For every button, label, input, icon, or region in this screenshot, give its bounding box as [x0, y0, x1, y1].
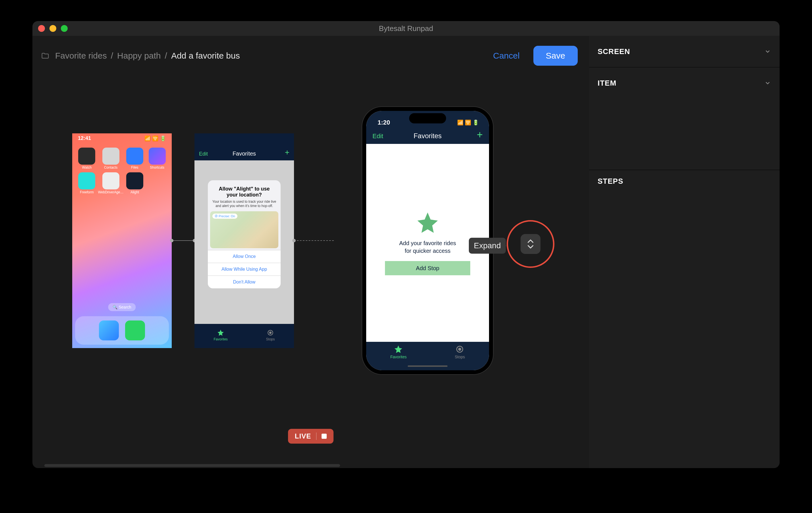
window-body: Favorite rides / Happy path / Add a favo… [32, 36, 780, 468]
app-icon [126, 148, 143, 165]
section-item[interactable]: ITEM [589, 67, 780, 170]
messages-icon [125, 320, 145, 340]
chevron-down-icon [764, 80, 771, 86]
nav-title: Favorites [414, 132, 442, 140]
svg-point-3 [459, 348, 461, 350]
alert-option: Allow Once [208, 250, 281, 263]
edit-button: Edit [199, 151, 208, 157]
section-label: SCREEN [598, 47, 630, 56]
expand-button[interactable] [521, 234, 541, 254]
tab-favorites: Favorites [390, 345, 407, 359]
cancel-button[interactable]: Cancel [485, 47, 527, 64]
star-icon [394, 345, 403, 354]
dock [75, 316, 169, 345]
canvas-area: Favorite rides / Happy path / Add a favo… [32, 36, 589, 468]
minimize-window-button[interactable] [50, 25, 56, 32]
app-icon [78, 148, 95, 165]
step-screenshot-home[interactable]: 12:41 📶 🛜 🔋 Watch Contacts Files Shortcu… [72, 133, 172, 348]
precise-badge: ⦿ Precise: On [212, 213, 237, 219]
stop-icon[interactable] [322, 434, 327, 439]
step-screenshot-permission[interactable]: 12:42 📶 🛜 🔋 Edit Favorites + Allow "Alig… [195, 133, 294, 348]
fullscreen-window-button[interactable] [61, 25, 68, 32]
breadcrumb: Favorite rides / Happy path / Add a favo… [41, 51, 240, 61]
svg-point-1 [269, 332, 271, 334]
app-icon [103, 172, 119, 190]
highlight-circle [506, 220, 554, 268]
alert-option: Don't Allow [208, 276, 281, 288]
expand-tooltip: Expand [469, 238, 506, 254]
tab-bar: Favorites Stops [366, 342, 489, 370]
section-steps[interactable]: STEPS [589, 170, 780, 192]
alert-subtitle: Your location is used to track your ride… [208, 199, 281, 211]
save-button[interactable]: Save [533, 46, 578, 66]
canvas-main[interactable]: 12:41 📶 🛜 🔋 Watch Contacts Files Shortcu… [41, 67, 581, 468]
status-time: 12:41 [78, 135, 91, 141]
add-button: + [285, 148, 289, 157]
circle-icon [455, 345, 464, 354]
alert-map: ⦿ Precise: On [210, 211, 278, 248]
breadcrumb-sep: / [111, 51, 113, 61]
star-icon [217, 329, 224, 336]
horizontal-scrollbar[interactable] [45, 464, 340, 467]
tab-bar: Favorites Stops [195, 324, 294, 348]
app-icon [103, 148, 119, 165]
status-icons: 📶 🛜 🔋 [457, 119, 479, 126]
add-stop-button: Add Stop [385, 261, 470, 275]
app-icon [78, 172, 95, 190]
connector-dashed [294, 240, 334, 241]
location-alert: Allow "Alight" to use your location? You… [208, 180, 281, 288]
close-window-button[interactable] [38, 25, 45, 32]
app-icon [126, 172, 143, 190]
titlebar: Bytesalt Runpad [32, 21, 780, 36]
app-window: Bytesalt Runpad Favorite rides / Happy p… [32, 21, 780, 468]
add-button: + [477, 130, 483, 140]
safari-icon [99, 320, 119, 340]
alert-title: Allow "Alight" to use your location? [208, 180, 281, 199]
status-bar: 12:41 📶 🛜 🔋 [72, 133, 172, 144]
live-badge[interactable]: LIVE [288, 429, 334, 444]
empty-text: Add your favorite rides for quicker acce… [399, 239, 456, 255]
breadcrumb-item[interactable]: Happy path [117, 51, 161, 61]
inspector-sidebar: SCREEN ITEM STEPS [589, 36, 780, 468]
folder-icon [41, 52, 50, 60]
alert-option: Allow While Using App [208, 263, 281, 276]
circle-icon [267, 329, 274, 336]
section-screen[interactable]: SCREEN [589, 36, 780, 67]
notch [409, 113, 446, 123]
app-icon [149, 148, 166, 165]
breadcrumb-item[interactable]: Favorite rides [55, 51, 107, 61]
chevron-down-icon [764, 48, 771, 55]
home-icons: Watch Contacts Files Shortcuts Freeform … [72, 148, 172, 194]
status-time: 1:20 [378, 119, 390, 126]
tab-stops: Stops [455, 345, 465, 359]
tab-favorites: Favorites [213, 329, 228, 341]
canvas-header: Favorite rides / Happy path / Add a favo… [41, 45, 581, 67]
star-icon [415, 210, 440, 235]
traffic-lights [38, 25, 68, 32]
connector [172, 240, 195, 241]
home-indicator [408, 365, 447, 367]
chevron-up-down-icon [526, 238, 535, 250]
breadcrumb-sep: / [165, 51, 167, 61]
breadcrumb-item-current: Add a favorite bus [171, 51, 240, 61]
section-label: ITEM [598, 79, 616, 88]
nav-bar: Edit Favorites + [195, 133, 294, 161]
edit-button: Edit [373, 133, 383, 140]
nav-title: Favorites [233, 150, 256, 157]
app-title: Bytesalt Runpad [379, 24, 433, 33]
home-search: 🔍 Search [108, 303, 136, 311]
status-icons: 📶 🛜 🔋 [144, 135, 166, 142]
section-label: STEPS [598, 177, 623, 186]
tab-stops: Stops [266, 329, 275, 341]
live-label: LIVE [295, 432, 311, 440]
